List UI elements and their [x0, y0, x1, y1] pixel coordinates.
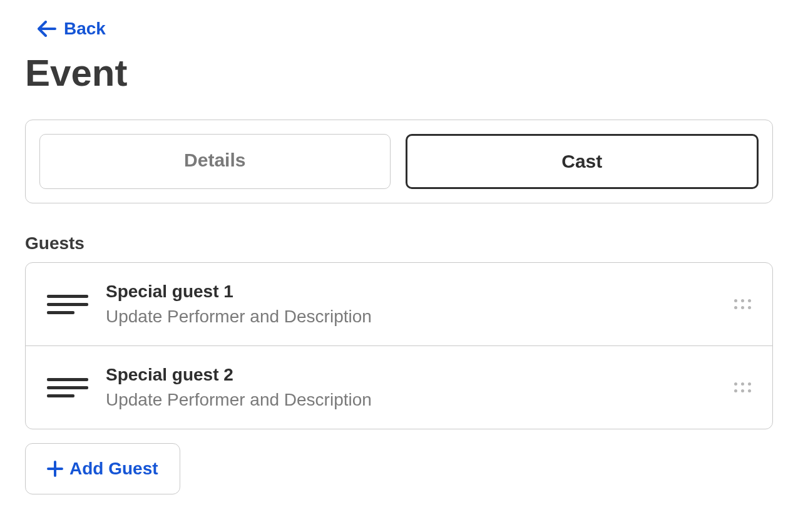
tab-details-label: Details	[184, 150, 245, 170]
guest-title: Special guest 2	[106, 365, 717, 385]
add-guest-button[interactable]: Add Guest	[25, 443, 180, 494]
guest-content: Special guest 1 Update Performer and Des…	[106, 282, 717, 327]
guest-content: Special guest 2 Update Performer and Des…	[106, 365, 717, 410]
back-label: Back	[64, 19, 106, 39]
drag-handle-icon[interactable]	[734, 299, 751, 309]
tab-cast[interactable]: Cast	[406, 134, 759, 189]
arrow-left-icon	[38, 21, 56, 37]
page-title: Event	[25, 51, 773, 95]
tab-details[interactable]: Details	[39, 134, 391, 189]
add-guest-label: Add Guest	[69, 459, 158, 479]
tabs-container: Details Cast	[25, 120, 773, 203]
guests-list: Special guest 1 Update Performer and Des…	[25, 262, 773, 429]
drag-handle-icon[interactable]	[734, 382, 751, 392]
guests-heading: Guests	[25, 233, 773, 253]
guest-subtitle: Update Performer and Description	[106, 307, 717, 327]
tab-cast-label: Cast	[561, 151, 602, 171]
back-link[interactable]: Back	[38, 19, 106, 39]
list-icon	[47, 378, 88, 397]
guest-subtitle: Update Performer and Description	[106, 390, 717, 410]
guest-row[interactable]: Special guest 1 Update Performer and Des…	[26, 263, 772, 345]
list-icon	[47, 295, 88, 314]
guest-row[interactable]: Special guest 2 Update Performer and Des…	[26, 345, 772, 429]
guest-title: Special guest 1	[106, 282, 717, 302]
plus-icon	[47, 461, 63, 477]
